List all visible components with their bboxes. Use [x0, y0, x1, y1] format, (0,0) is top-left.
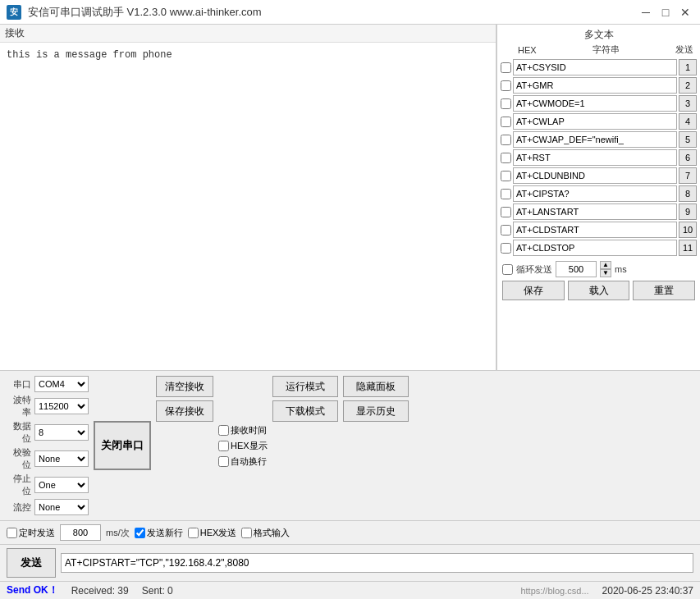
baudrate-field: 波特率 115200 [7, 394, 89, 418]
auto-newline-checkbox[interactable] [218, 456, 229, 467]
flowctl-select[interactable]: None [34, 499, 89, 515]
main-content: 接收 多文本 HEX 字符串 发送 1234567891011 循环发送 ▲ ▼… [0, 25, 700, 370]
spinner-up[interactable]: ▲ [600, 261, 611, 269]
at-row-input[interactable] [513, 167, 677, 184]
at-row-checkbox[interactable] [501, 62, 511, 73]
clear-recv-button[interactable]: 清空接收 [156, 376, 213, 397]
timer-unit-label: ms/次 [106, 527, 130, 539]
at-row: 3 [501, 95, 697, 112]
checkbits-select[interactable]: None [34, 450, 89, 467]
save-multitext-button[interactable]: 保存 [502, 281, 565, 300]
auto-newline-option: 自动换行 [218, 455, 268, 468]
hide-panel-button[interactable]: 隐藏面板 [343, 376, 409, 397]
at-row-input[interactable] [513, 185, 677, 202]
multitext-cols: HEX 字符串 发送 [501, 43, 697, 56]
at-row-input[interactable] [513, 131, 677, 148]
hex-send-checkbox[interactable] [188, 528, 199, 538]
at-row-checkbox[interactable] [501, 80, 511, 91]
minimize-button[interactable]: ─ [638, 4, 654, 21]
hex-display-checkbox[interactable] [218, 441, 229, 451]
multitext-title: 多文本 [502, 28, 695, 42]
send-input[interactable] [61, 553, 693, 573]
port-settings: 串口 COM4 波特率 115200 数据位 8 校验位 No [7, 376, 89, 515]
recv-options-col: 接收时间 HEX显示 自动换行 [218, 424, 268, 468]
at-send-num-button[interactable]: 5 [679, 131, 697, 148]
at-row-input[interactable] [513, 113, 677, 130]
close-button[interactable]: ✕ [677, 4, 693, 21]
stopbits-label: 停止位 [7, 473, 31, 497]
maximize-button[interactable]: □ [657, 4, 674, 21]
at-row-checkbox[interactable] [501, 243, 511, 254]
save-recv-button[interactable]: 保存接收 [156, 400, 213, 422]
at-send-num-button[interactable]: 6 [679, 149, 697, 166]
at-send-num-button[interactable]: 9 [679, 203, 697, 220]
at-send-num-button[interactable]: 1 [679, 59, 697, 75]
at-row-checkbox[interactable] [501, 171, 511, 181]
at-row: 2 [501, 77, 697, 94]
databits-select[interactable]: 8 [34, 424, 89, 441]
at-row-checkbox[interactable] [501, 117, 511, 127]
at-row-checkbox[interactable] [501, 135, 511, 145]
mode-btns: 运行模式 下载模式 [272, 376, 338, 515]
at-row-checkbox[interactable] [501, 225, 511, 235]
port-select[interactable]: COM4 [34, 376, 89, 392]
send-newline-checkbox[interactable] [135, 528, 145, 538]
at-row-input[interactable] [513, 95, 677, 112]
at-send-num-button[interactable]: 8 [679, 185, 697, 202]
loop-interval-input[interactable] [556, 261, 597, 277]
at-send-num-button[interactable]: 3 [679, 95, 697, 112]
at-row-input[interactable] [513, 59, 677, 75]
action-row: 保存 载入 重置 [501, 279, 697, 302]
title-bar-left: 安 安信可串口调试助手 V1.2.3.0 www.ai-thinker.com [7, 5, 262, 20]
send-cmd-row: 发送 [0, 544, 700, 581]
at-row-input[interactable] [513, 240, 677, 256]
at-row: 9 [501, 203, 697, 220]
sent-status: Sent: 0 [142, 585, 173, 597]
status-bar: Send OK！ Received: 39 Sent: 0 https://bl… [0, 581, 700, 599]
at-row-checkbox[interactable] [501, 153, 511, 163]
at-row-input[interactable] [513, 222, 677, 238]
stopbits-field: 停止位 One [7, 473, 89, 497]
blog-link: https://blog.csd... [186, 586, 589, 596]
at-send-num-button[interactable]: 11 [679, 240, 697, 256]
timer-value-input[interactable] [60, 524, 101, 541]
load-multitext-button[interactable]: 载入 [568, 281, 630, 300]
run-mode-button[interactable]: 运行模式 [272, 376, 338, 397]
receive-textarea[interactable] [0, 43, 496, 370]
datetime-status: 2020-06-25 23:40:37 [602, 585, 693, 597]
at-send-num-button[interactable]: 10 [679, 222, 697, 238]
reset-multitext-button[interactable]: 重置 [633, 281, 695, 300]
at-row: 11 [501, 240, 697, 256]
format-input-checkbox[interactable] [241, 528, 252, 538]
received-status: Received: 39 [71, 585, 129, 597]
at-send-num-button[interactable]: 4 [679, 113, 697, 130]
at-row-input[interactable] [513, 203, 677, 220]
spinner-down[interactable]: ▼ [600, 269, 611, 277]
dl-mode-button[interactable]: 下载模式 [272, 400, 338, 422]
app-logo: 安 [7, 5, 21, 20]
send-newline-label: 发送新行 [147, 527, 183, 539]
bottom-area: 串口 COM4 波特率 115200 数据位 8 校验位 No [0, 370, 700, 581]
timer-send-checkbox[interactable] [7, 528, 17, 538]
at-row-input[interactable] [513, 77, 677, 94]
at-send-num-button[interactable]: 7 [679, 167, 697, 184]
flowctl-field: 流控 None [7, 499, 89, 515]
open-close-button[interactable]: 关闭串口 [94, 421, 151, 470]
send-button[interactable]: 发送 [7, 548, 56, 578]
at-row-checkbox[interactable] [501, 189, 511, 199]
at-row-checkbox[interactable] [501, 98, 511, 109]
loop-send-checkbox[interactable] [502, 264, 513, 275]
recv-time-checkbox[interactable] [218, 425, 229, 436]
show-history-button[interactable]: 显示历史 [343, 400, 409, 422]
at-row-checkbox[interactable] [501, 207, 511, 217]
app-title: 安信可串口调试助手 V1.2.3.0 www.ai-thinker.com [28, 5, 262, 20]
stopbits-select[interactable]: One [34, 477, 89, 493]
at-row-input[interactable] [513, 149, 677, 166]
timer-send-option: 定时发送 [7, 527, 55, 539]
col-hex-label: HEX [518, 45, 537, 55]
multitext-header: 多文本 [501, 28, 697, 42]
loop-spinner: ▲ ▼ [600, 261, 611, 277]
at-send-num-button[interactable]: 2 [679, 77, 697, 94]
baudrate-select[interactable]: 115200 [34, 398, 89, 414]
port-label: 串口 [7, 378, 31, 391]
